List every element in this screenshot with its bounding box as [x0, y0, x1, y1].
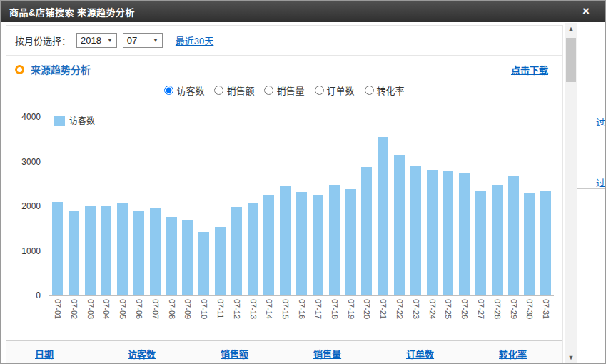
metric-option-orders[interactable]: 订单数 [315, 84, 355, 97]
y-axis-label: 1000 [21, 246, 41, 256]
bar [182, 220, 193, 295]
column-header[interactable]: 日期 [35, 347, 128, 360]
bar-column [326, 117, 343, 295]
bar [459, 173, 470, 295]
close-icon[interactable]: × [582, 6, 590, 17]
x-axis-label: 07-02 [66, 299, 82, 330]
chart-yaxis: 01000200030004000 [16, 117, 45, 295]
dialog-content: 按月份选择： 2018 ▼ 07 ▼ 最近30天 来源趋势分析 点击下载 访客数… [1, 22, 565, 364]
vertical-scrollbar[interactable]: ▲ ▼ [565, 23, 577, 364]
month-select[interactable]: 07 ▼ [123, 33, 163, 48]
x-axis-label: 07-18 [326, 299, 343, 330]
bar [345, 189, 356, 295]
x-axis-label: 07-09 [180, 299, 196, 330]
column-header[interactable]: 订单数 [406, 347, 499, 360]
bar-column [147, 117, 163, 295]
y-axis-label: 0 [36, 290, 41, 300]
bar-column [505, 117, 522, 295]
x-axis-label: 07-03 [82, 299, 99, 330]
x-axis-label: 07-14 [261, 299, 278, 330]
x-axis-label: 07-17 [310, 299, 326, 330]
chevron-down-icon: ▼ [107, 37, 113, 44]
bar-column [49, 117, 66, 295]
legend-swatch [54, 116, 65, 126]
bar-column [408, 117, 424, 295]
scroll-up-button[interactable]: ▲ [565, 23, 577, 35]
x-axis-label: 07-19 [343, 299, 359, 330]
x-axis-label: 07-25 [440, 299, 457, 330]
bar-column [440, 117, 457, 295]
download-link[interactable]: 点击下载 [511, 63, 548, 76]
content-panel: 按月份选择： 2018 ▼ 07 ▼ 最近30天 来源趋势分析 点击下载 访客数… [6, 25, 563, 364]
x-axis-label: 07-04 [98, 299, 114, 330]
bar [443, 171, 453, 295]
column-header[interactable]: 访客数 [128, 347, 221, 360]
bar-column [293, 117, 310, 295]
scroll-down-button[interactable]: ▼ [565, 352, 577, 364]
bar [524, 193, 535, 295]
chart-xlabels: 07-0107-0207-0307-0407-0507-0607-0707-08… [49, 296, 554, 330]
bar [361, 167, 372, 295]
bar-column [180, 117, 196, 295]
bar [117, 203, 128, 295]
table-header-row: 日期访客数销售额销售量订单数转化率 [6, 340, 562, 364]
bar-column [66, 117, 82, 295]
bar-column [261, 117, 278, 295]
x-axis-label: 07-22 [391, 299, 408, 330]
column-header[interactable]: 销售额 [221, 347, 313, 360]
bar [280, 186, 291, 295]
radio-visitors[interactable] [164, 86, 173, 95]
bar [198, 232, 209, 295]
bar-column [489, 117, 505, 295]
orange-bullet-icon [15, 65, 24, 74]
radio-orders[interactable] [315, 86, 324, 95]
metric-option-sales-amount[interactable]: 销售额 [214, 84, 254, 97]
year-select[interactable]: 2018 ▼ [76, 33, 117, 48]
bar [427, 170, 438, 295]
bar [296, 192, 307, 295]
x-axis-label: 07-26 [456, 299, 473, 330]
recent-30-days-link[interactable]: 最近30天 [176, 34, 213, 47]
bar [166, 217, 177, 295]
radio-conversion-rate[interactable] [365, 86, 374, 95]
bar [215, 227, 226, 295]
chevron-down-icon: ▼ [153, 37, 158, 44]
bar-column [456, 117, 473, 295]
chart-legend: 访客数 [54, 114, 95, 126]
bar-column [358, 117, 375, 295]
bar [492, 185, 503, 295]
scrollbar-thumb[interactable] [566, 38, 576, 82]
bar [248, 203, 258, 295]
bar-column [98, 117, 114, 295]
bar-column [82, 117, 99, 295]
x-axis-label: 07-29 [505, 299, 522, 330]
column-header[interactable]: 销售量 [313, 347, 406, 360]
y-axis-label: 3000 [21, 157, 41, 167]
metric-option-visitors[interactable]: 访客数 [164, 84, 204, 97]
background-text-fragment: 过 [596, 115, 605, 128]
filter-bar: 按月份选择： 2018 ▼ 07 ▼ 最近30天 [6, 26, 562, 56]
bar [101, 206, 111, 295]
bar [508, 176, 519, 296]
bar [150, 208, 161, 295]
radio-sales-amount[interactable] [214, 86, 223, 95]
x-axis-label: 07-10 [196, 299, 212, 330]
bar-column [343, 117, 359, 295]
bar [133, 211, 144, 295]
background-strip: 过过 [577, 22, 606, 364]
x-axis-label: 07-08 [163, 299, 180, 330]
bar-column [522, 117, 538, 295]
bar-column [131, 117, 147, 295]
metric-option-sales-volume[interactable]: 销售量 [264, 84, 304, 97]
bar [410, 166, 421, 295]
bar [69, 211, 79, 295]
radio-sales-volume[interactable] [264, 86, 273, 95]
x-axis-label: 07-06 [131, 299, 147, 330]
x-axis-label: 07-01 [49, 299, 66, 330]
background-text-fragment: 过 [596, 176, 605, 189]
bar-column [277, 117, 293, 295]
bar [231, 207, 242, 295]
metric-option-conversion-rate[interactable]: 转化率 [365, 84, 405, 97]
bar [52, 202, 63, 295]
bar-column [228, 117, 245, 295]
